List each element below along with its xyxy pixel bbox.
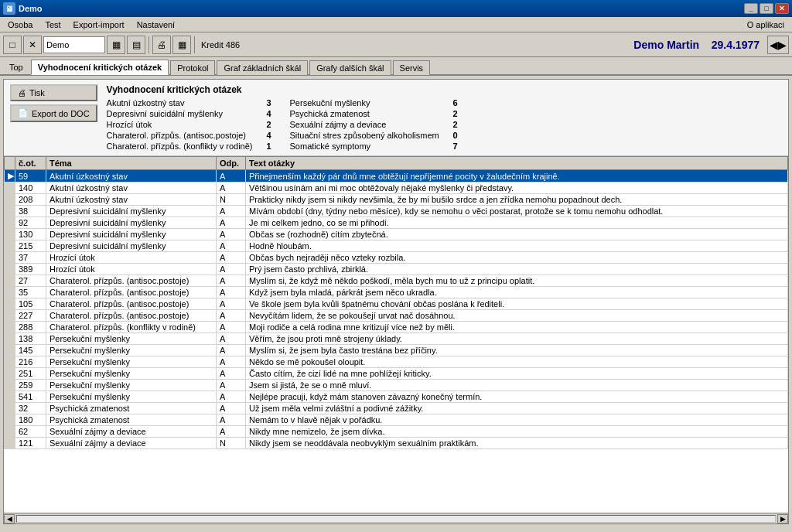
- row-marker-cell: [5, 275, 15, 287]
- scroll-left-btn[interactable]: ◀: [4, 514, 15, 523]
- th-marker: [5, 157, 15, 170]
- row-odp: A: [217, 426, 246, 438]
- maximize-btn[interactable]: □: [760, 3, 773, 14]
- table-row[interactable]: 38 Depresivní suicidální myšlenky A Mívá…: [5, 206, 788, 217]
- row-tema: Psychická zmatenost: [46, 414, 217, 426]
- row-tema: Persekuční myšlenky: [46, 368, 217, 380]
- row-odp: A: [217, 368, 246, 380]
- new-button[interactable]: □: [3, 36, 22, 54]
- menu-o-aplikaci[interactable]: O aplikaci: [742, 19, 789, 31]
- row-text: Myslím si, že když mě někdo poškodí, měl…: [246, 275, 788, 287]
- tab-top[interactable]: Top: [3, 60, 29, 74]
- bottom-scrollbar[interactable]: ◀ ▶: [4, 513, 788, 523]
- row-marker-cell: [5, 182, 15, 194]
- row-marker-cell: [5, 380, 15, 391]
- table-row[interactable]: 138 Persekuční myšlenky A Věřím, že jsou…: [5, 333, 788, 345]
- row-marker-cell: ▶: [5, 170, 15, 182]
- row-marker-cell: [5, 414, 15, 426]
- export-doc-icon: 📄: [18, 108, 29, 118]
- table-row[interactable]: 105 Charaterol. přízpůs. (antisoc.postoj…: [5, 298, 788, 310]
- grid-icon-btn[interactable]: ▦: [107, 36, 125, 54]
- table-row[interactable]: 35 Charaterol. přízpůs. (antisoc.postoje…: [5, 287, 788, 298]
- row-text: Přinejmenším každý pár dnů mne obtěžují …: [246, 170, 788, 182]
- row-tema: Psychická zmatenost: [46, 403, 217, 414]
- table-scroll[interactable]: č.ot. Téma Odp. Text otázky ▶ 59 Akutní …: [4, 156, 788, 513]
- tab-protokol[interactable]: Protokol: [170, 60, 215, 75]
- table-row[interactable]: 92 Depresivní suicidální myšlenky A Je m…: [5, 217, 788, 229]
- table-row[interactable]: 121 Sexuální zájmy a deviace N Nikdy jse…: [5, 438, 788, 449]
- summary-rval-4: 7: [446, 142, 458, 151]
- row-tema: Persekuční myšlenky: [46, 345, 217, 356]
- summary-row-4: Charaterol. přízpůs. (konflikty v rodině…: [107, 142, 271, 151]
- table-row[interactable]: 215 Depresivní suicidální myšlenky A Hod…: [5, 240, 788, 252]
- scroll-right-btn[interactable]: ▶: [777, 514, 788, 523]
- th-text: Text otázky: [246, 157, 788, 170]
- row-text: Věřím, že jsou proti mně strojeny úklady…: [246, 333, 788, 345]
- main-content: 🖨 Tisk 📄 Export do DOC Vyhodnocení kriti…: [3, 79, 789, 524]
- minimize-btn[interactable]: _: [744, 3, 758, 14]
- table-row[interactable]: 140 Akutní úzkostný stav A Většinou usín…: [5, 182, 788, 194]
- row-num: 215: [15, 240, 46, 252]
- table-row[interactable]: 389 Hrozící útok A Prý jsem často prchli…: [5, 264, 788, 275]
- table-row[interactable]: 145 Persekuční myšlenky A Myslím si, že …: [5, 345, 788, 356]
- row-text: Nevyčítám lidem, že se pokoušejí urvat n…: [246, 310, 788, 322]
- table-row[interactable]: 227 Charaterol. přízpůs. (antisoc.postoj…: [5, 310, 788, 322]
- table-row[interactable]: 541 Persekuční myšlenky A Nejlépe pracuj…: [5, 391, 788, 403]
- menu-test[interactable]: Test: [40, 19, 65, 31]
- patient-input[interactable]: [43, 36, 105, 53]
- print-icon-btn[interactable]: 🖨: [152, 36, 171, 54]
- print-button[interactable]: 🖨 Tisk: [10, 84, 97, 101]
- print-icon: 🖨: [18, 88, 26, 97]
- table-row[interactable]: 180 Psychická zmatenost A Nemám to v hla…: [5, 414, 788, 426]
- table-row[interactable]: 216 Persekuční myšlenky A Někdo se mě po…: [5, 356, 788, 368]
- table-row[interactable]: 27 Charaterol. přízpůs. (antisoc.postoje…: [5, 275, 788, 287]
- calc-icon-btn[interactable]: ▤: [127, 36, 145, 54]
- th-tema: Téma: [46, 157, 217, 170]
- export-doc-button[interactable]: 📄 Export do DOC: [10, 104, 97, 122]
- summary-label-1: Depresivní suicidální myšlenky: [107, 109, 223, 118]
- summary-row-2: Hrozící útok 2: [107, 120, 271, 129]
- toolbar-separator-2: [194, 36, 195, 53]
- close-document-button[interactable]: ✕: [23, 36, 42, 54]
- row-marker-cell: [5, 194, 15, 206]
- row-odp: A: [217, 380, 246, 391]
- row-num: 259: [15, 380, 46, 391]
- row-marker-cell: [5, 403, 15, 414]
- row-num: 130: [15, 229, 46, 240]
- row-num: 37: [15, 252, 46, 264]
- tab-graf-zakladnich[interactable]: Graf základních škál: [217, 60, 308, 75]
- nav-icon-btn[interactable]: ◀▶: [767, 36, 789, 54]
- table-container: č.ot. Téma Odp. Text otázky ▶ 59 Akutní …: [4, 156, 788, 513]
- row-num: 216: [15, 356, 46, 368]
- menu-osoba[interactable]: Osoba: [3, 19, 37, 31]
- patient-name: Demo Martin: [633, 39, 699, 51]
- row-text: Občas bych nejraději něco vzteky rozbila…: [246, 252, 788, 264]
- table-row[interactable]: 62 Sexuální zájmy a deviace A Nikdy mne …: [5, 426, 788, 438]
- summary-val-0: 3: [259, 98, 271, 107]
- row-tema: Depresivní suicidální myšlenky: [46, 229, 217, 240]
- tab-servis[interactable]: Servis: [393, 60, 431, 75]
- tab-grafy-dalsich[interactable]: Grafy dalších škál: [309, 60, 391, 75]
- table-row[interactable]: 288 Charaterol. přízpůs. (konflikty v ro…: [5, 322, 788, 333]
- menu-nastaveni[interactable]: Nastavení: [132, 19, 180, 31]
- row-num: 27: [15, 275, 46, 287]
- close-btn[interactable]: ✕: [775, 3, 789, 14]
- table-row[interactable]: 32 Psychická zmatenost A Už jsem měla ve…: [5, 403, 788, 414]
- row-marker-cell: [5, 368, 15, 380]
- row-text: Myslím si, že jsem byla často trestána b…: [246, 345, 788, 356]
- table-row[interactable]: 130 Depresivní suicidální myšlenky A Obč…: [5, 229, 788, 240]
- export-icon-btn[interactable]: ▦: [172, 36, 191, 54]
- summary-section: 🖨 Tisk 📄 Export do DOC Vyhodnocení kriti…: [4, 80, 788, 156]
- tab-vyhodnoceni[interactable]: Vyhodnocení kritických otázek: [31, 60, 169, 75]
- table-row[interactable]: 259 Persekuční myšlenky A Jsem si jistá,…: [5, 380, 788, 391]
- table-row[interactable]: 251 Persekuční myšlenky A Často cítím, ž…: [5, 368, 788, 380]
- table-row[interactable]: 208 Akutní úzkostný stav N Prakticky nik…: [5, 194, 788, 206]
- table-row[interactable]: 37 Hrozící útok A Občas bych nejraději n…: [5, 252, 788, 264]
- table-row[interactable]: ▶ 59 Akutní úzkostný stav A Přinejmenším…: [5, 170, 788, 182]
- scrollbar-track[interactable]: [16, 515, 776, 523]
- menu-export-import[interactable]: Export-import: [69, 19, 129, 31]
- row-tema: Hrozící útok: [46, 264, 217, 275]
- summary-details: Vyhodnocení kritických otázek Akutní úzk…: [107, 84, 782, 151]
- row-odp: N: [217, 438, 246, 449]
- row-tema: Charaterol. přízpůs. (antisoc.postoje): [46, 275, 217, 287]
